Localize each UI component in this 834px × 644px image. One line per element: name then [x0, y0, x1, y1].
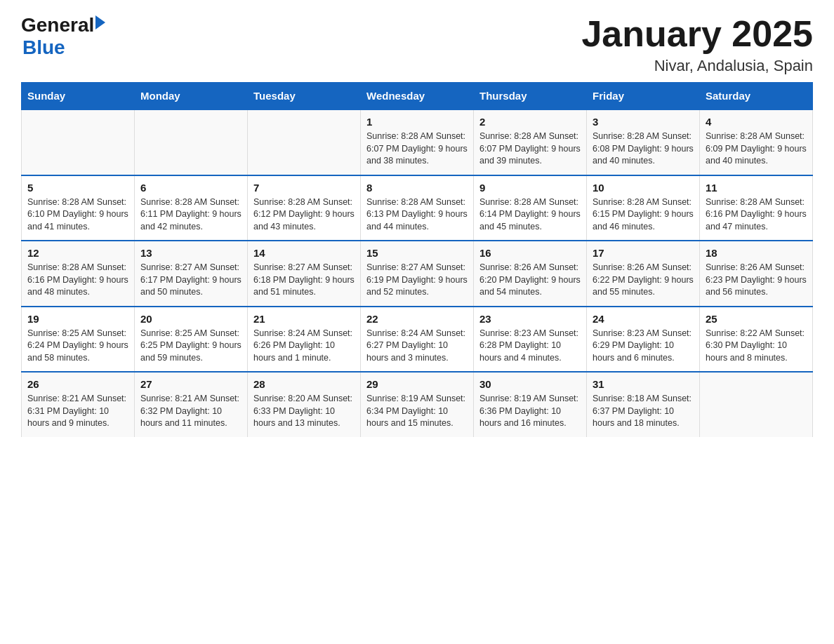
- day-info: Sunrise: 8:26 AM Sunset: 6:23 PM Dayligh…: [706, 262, 807, 299]
- logo: General Blue: [21, 14, 105, 59]
- day-number: 7: [253, 182, 355, 194]
- day-info: Sunrise: 8:27 AM Sunset: 6:17 PM Dayligh…: [140, 262, 241, 299]
- day-number: 29: [366, 378, 468, 390]
- calendar-cell: 16Sunrise: 8:26 AM Sunset: 6:20 PM Dayli…: [474, 241, 587, 307]
- week-row-2: 5Sunrise: 8:28 AM Sunset: 6:10 PM Daylig…: [22, 175, 813, 241]
- calendar-cell: 2Sunrise: 8:28 AM Sunset: 6:07 PM Daylig…: [474, 109, 587, 175]
- calendar-cell: [700, 372, 813, 437]
- day-number: 20: [140, 313, 241, 325]
- calendar-cell: 27Sunrise: 8:21 AM Sunset: 6:32 PM Dayli…: [135, 372, 248, 437]
- day-header-saturday: Saturday: [700, 83, 813, 110]
- calendar-cell: 31Sunrise: 8:18 AM Sunset: 6:37 PM Dayli…: [587, 372, 700, 437]
- calendar-cell: 30Sunrise: 8:19 AM Sunset: 6:36 PM Dayli…: [474, 372, 587, 437]
- week-row-4: 19Sunrise: 8:25 AM Sunset: 6:24 PM Dayli…: [22, 307, 813, 373]
- day-info: Sunrise: 8:28 AM Sunset: 6:16 PM Dayligh…: [27, 262, 128, 299]
- day-info: Sunrise: 8:28 AM Sunset: 6:12 PM Dayligh…: [253, 196, 355, 234]
- calendar-cell: 18Sunrise: 8:26 AM Sunset: 6:23 PM Dayli…: [700, 241, 813, 307]
- day-info: Sunrise: 8:28 AM Sunset: 6:13 PM Dayligh…: [366, 196, 468, 234]
- day-info: Sunrise: 8:28 AM Sunset: 6:16 PM Dayligh…: [706, 196, 807, 234]
- day-info: Sunrise: 8:27 AM Sunset: 6:19 PM Dayligh…: [366, 262, 468, 299]
- day-number: 13: [140, 247, 241, 259]
- day-number: 15: [366, 247, 468, 259]
- day-header-wednesday: Wednesday: [361, 83, 474, 110]
- day-info: Sunrise: 8:19 AM Sunset: 6:36 PM Dayligh…: [479, 393, 581, 430]
- week-row-3: 12Sunrise: 8:28 AM Sunset: 6:16 PM Dayli…: [22, 241, 813, 307]
- day-info: Sunrise: 8:21 AM Sunset: 6:32 PM Dayligh…: [140, 393, 241, 430]
- day-header-row: SundayMondayTuesdayWednesdayThursdayFrid…: [22, 83, 813, 110]
- calendar-header: SundayMondayTuesdayWednesdayThursdayFrid…: [22, 83, 813, 110]
- calendar-cell: 20Sunrise: 8:25 AM Sunset: 6:25 PM Dayli…: [135, 307, 248, 373]
- calendar-cell: 15Sunrise: 8:27 AM Sunset: 6:19 PM Dayli…: [361, 241, 474, 307]
- day-info: Sunrise: 8:25 AM Sunset: 6:24 PM Dayligh…: [27, 328, 128, 365]
- day-header-monday: Monday: [135, 83, 248, 110]
- calendar-cell: 26Sunrise: 8:21 AM Sunset: 6:31 PM Dayli…: [22, 372, 135, 437]
- calendar-cell: 23Sunrise: 8:23 AM Sunset: 6:28 PM Dayli…: [474, 307, 587, 373]
- calendar-cell: 29Sunrise: 8:19 AM Sunset: 6:34 PM Dayli…: [361, 372, 474, 437]
- day-number: 25: [706, 313, 807, 325]
- calendar-title-block: January 2025 Nivar, Andalusia, Spain: [581, 14, 813, 75]
- day-info: Sunrise: 8:28 AM Sunset: 6:14 PM Dayligh…: [479, 196, 581, 234]
- day-number: 19: [27, 313, 128, 325]
- calendar-body: 1Sunrise: 8:28 AM Sunset: 6:07 PM Daylig…: [22, 109, 813, 437]
- calendar-cell: [135, 109, 248, 175]
- day-number: 18: [706, 247, 807, 259]
- day-number: 4: [706, 116, 807, 128]
- day-number: 3: [593, 116, 694, 128]
- day-header-friday: Friday: [587, 83, 700, 110]
- day-info: Sunrise: 8:28 AM Sunset: 6:08 PM Dayligh…: [593, 130, 694, 168]
- day-number: 14: [253, 247, 355, 259]
- day-info: Sunrise: 8:28 AM Sunset: 6:07 PM Dayligh…: [479, 130, 581, 168]
- day-number: 21: [253, 313, 355, 325]
- calendar-cell: 11Sunrise: 8:28 AM Sunset: 6:16 PM Dayli…: [700, 175, 813, 241]
- day-number: 31: [593, 378, 694, 390]
- calendar-cell: 4Sunrise: 8:28 AM Sunset: 6:09 PM Daylig…: [700, 109, 813, 175]
- day-header-sunday: Sunday: [22, 83, 135, 110]
- calendar-title: January 2025: [581, 14, 813, 54]
- day-info: Sunrise: 8:24 AM Sunset: 6:26 PM Dayligh…: [253, 328, 355, 365]
- week-row-5: 26Sunrise: 8:21 AM Sunset: 6:31 PM Dayli…: [22, 372, 813, 437]
- day-header-tuesday: Tuesday: [248, 83, 361, 110]
- day-number: 11: [706, 182, 807, 194]
- calendar-cell: [22, 109, 135, 175]
- day-info: Sunrise: 8:26 AM Sunset: 6:22 PM Dayligh…: [593, 262, 694, 299]
- day-number: 16: [479, 247, 581, 259]
- day-number: 23: [479, 313, 581, 325]
- day-number: 17: [593, 247, 694, 259]
- day-number: 28: [253, 378, 355, 390]
- calendar-cell: 13Sunrise: 8:27 AM Sunset: 6:17 PM Dayli…: [135, 241, 248, 307]
- day-header-thursday: Thursday: [474, 83, 587, 110]
- calendar-cell: 9Sunrise: 8:28 AM Sunset: 6:14 PM Daylig…: [474, 175, 587, 241]
- day-number: 27: [140, 378, 241, 390]
- day-number: 30: [479, 378, 581, 390]
- logo-blue-text: Blue: [22, 36, 105, 59]
- day-info: Sunrise: 8:24 AM Sunset: 6:27 PM Dayligh…: [366, 328, 468, 365]
- day-info: Sunrise: 8:25 AM Sunset: 6:25 PM Dayligh…: [140, 328, 241, 365]
- day-info: Sunrise: 8:22 AM Sunset: 6:30 PM Dayligh…: [706, 328, 807, 365]
- day-info: Sunrise: 8:28 AM Sunset: 6:07 PM Dayligh…: [366, 130, 468, 168]
- calendar-cell: 8Sunrise: 8:28 AM Sunset: 6:13 PM Daylig…: [361, 175, 474, 241]
- week-row-1: 1Sunrise: 8:28 AM Sunset: 6:07 PM Daylig…: [22, 109, 813, 175]
- day-info: Sunrise: 8:23 AM Sunset: 6:28 PM Dayligh…: [479, 328, 581, 365]
- calendar-cell: 5Sunrise: 8:28 AM Sunset: 6:10 PM Daylig…: [22, 175, 135, 241]
- day-info: Sunrise: 8:28 AM Sunset: 6:10 PM Dayligh…: [27, 196, 128, 234]
- calendar-cell: 21Sunrise: 8:24 AM Sunset: 6:26 PM Dayli…: [248, 307, 361, 373]
- logo-arrow-icon: [95, 15, 105, 29]
- day-number: 6: [140, 182, 241, 194]
- day-number: 2: [479, 116, 581, 128]
- day-info: Sunrise: 8:28 AM Sunset: 6:15 PM Dayligh…: [593, 196, 694, 234]
- calendar-cell: 1Sunrise: 8:28 AM Sunset: 6:07 PM Daylig…: [361, 109, 474, 175]
- calendar-cell: [248, 109, 361, 175]
- day-info: Sunrise: 8:18 AM Sunset: 6:37 PM Dayligh…: [593, 393, 694, 430]
- calendar-cell: 14Sunrise: 8:27 AM Sunset: 6:18 PM Dayli…: [248, 241, 361, 307]
- calendar-cell: 19Sunrise: 8:25 AM Sunset: 6:24 PM Dayli…: [22, 307, 135, 373]
- day-info: Sunrise: 8:27 AM Sunset: 6:18 PM Dayligh…: [253, 262, 355, 299]
- logo-general-text: General: [21, 14, 94, 36]
- calendar-cell: 6Sunrise: 8:28 AM Sunset: 6:11 PM Daylig…: [135, 175, 248, 241]
- day-info: Sunrise: 8:28 AM Sunset: 6:09 PM Dayligh…: [706, 130, 807, 168]
- day-info: Sunrise: 8:21 AM Sunset: 6:31 PM Dayligh…: [27, 393, 128, 430]
- day-info: Sunrise: 8:28 AM Sunset: 6:11 PM Dayligh…: [140, 196, 241, 234]
- day-number: 26: [27, 378, 128, 390]
- calendar-cell: 17Sunrise: 8:26 AM Sunset: 6:22 PM Dayli…: [587, 241, 700, 307]
- calendar-cell: 12Sunrise: 8:28 AM Sunset: 6:16 PM Dayli…: [22, 241, 135, 307]
- calendar-cell: 22Sunrise: 8:24 AM Sunset: 6:27 PM Dayli…: [361, 307, 474, 373]
